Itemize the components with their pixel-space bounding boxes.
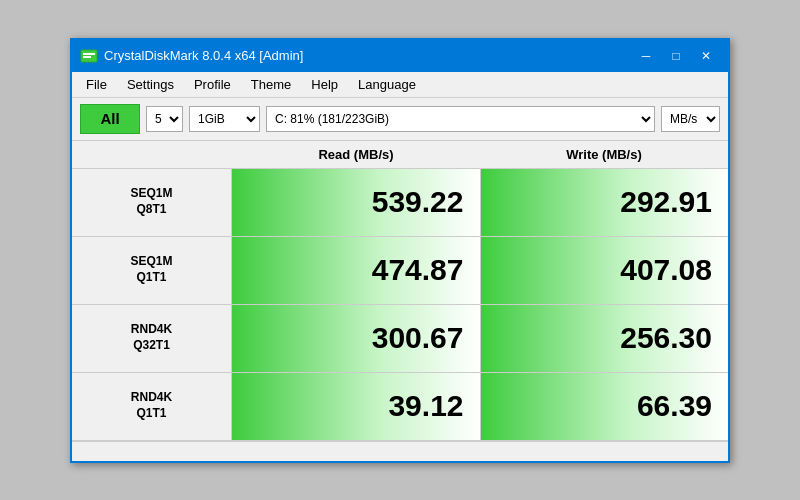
drive-select[interactable]: C: 81% (181/223GiB) — [266, 106, 655, 132]
toolbar: All 1 3 5 9 512MiB 1GiB 2GiB 4GiB C: 81%… — [72, 98, 728, 141]
all-button[interactable]: All — [80, 104, 140, 134]
menu-help[interactable]: Help — [301, 75, 348, 94]
size-select[interactable]: 512MiB 1GiB 2GiB 4GiB — [189, 106, 260, 132]
read-cell-seq1m-q8t1: 539.22 — [232, 169, 481, 236]
read-header: Read (MB/s) — [232, 143, 480, 166]
app-window: CrystalDiskMark 8.0.4 x64 [Admin] ─ □ ✕ … — [70, 38, 730, 463]
row-label-seq1m-q8t1: SEQ1M Q8T1 — [72, 169, 232, 236]
menu-theme[interactable]: Theme — [241, 75, 301, 94]
svg-rect-1 — [83, 53, 95, 55]
read-cell-seq1m-q1t1: 474.87 — [232, 237, 481, 304]
menu-settings[interactable]: Settings — [117, 75, 184, 94]
row-label-rnd4k-q1t1: RND4K Q1T1 — [72, 373, 232, 440]
write-header: Write (MB/s) — [480, 143, 728, 166]
write-cell-seq1m-q8t1: 292.91 — [481, 169, 729, 236]
count-select[interactable]: 1 3 5 9 — [146, 106, 183, 132]
results-grid: SEQ1M Q8T1 539.22 292.91 SEQ1M Q1T1 474.… — [72, 168, 728, 441]
results-header: Read (MB/s) Write (MB/s) — [72, 141, 728, 168]
app-icon — [80, 47, 98, 65]
write-cell-rnd4k-q1t1: 66.39 — [481, 373, 729, 440]
svg-rect-2 — [83, 56, 91, 58]
window-title: CrystalDiskMark 8.0.4 x64 [Admin] — [104, 48, 632, 63]
unit-select[interactable]: MB/s GB/s IOPS μs — [661, 106, 720, 132]
write-cell-seq1m-q1t1: 407.08 — [481, 237, 729, 304]
read-cell-rnd4k-q1t1: 39.12 — [232, 373, 481, 440]
menu-bar: File Settings Profile Theme Help Languag… — [72, 72, 728, 98]
minimize-button[interactable]: ─ — [632, 46, 660, 66]
result-row-seq1m-q1t1: SEQ1M Q1T1 474.87 407.08 — [72, 237, 728, 305]
maximize-button[interactable]: □ — [662, 46, 690, 66]
read-cell-rnd4k-q32t1: 300.67 — [232, 305, 481, 372]
close-button[interactable]: ✕ — [692, 46, 720, 66]
result-row-rnd4k-q1t1: RND4K Q1T1 39.12 66.39 — [72, 373, 728, 441]
menu-language[interactable]: Language — [348, 75, 426, 94]
window-controls: ─ □ ✕ — [632, 46, 720, 66]
result-row-seq1m-q8t1: SEQ1M Q8T1 539.22 292.91 — [72, 169, 728, 237]
menu-file[interactable]: File — [76, 75, 117, 94]
result-row-rnd4k-q32t1: RND4K Q32T1 300.67 256.30 — [72, 305, 728, 373]
row-label-seq1m-q1t1: SEQ1M Q1T1 — [72, 237, 232, 304]
label-spacer — [72, 143, 232, 166]
row-label-rnd4k-q32t1: RND4K Q32T1 — [72, 305, 232, 372]
status-bar — [72, 441, 728, 461]
write-cell-rnd4k-q32t1: 256.30 — [481, 305, 729, 372]
menu-profile[interactable]: Profile — [184, 75, 241, 94]
title-bar: CrystalDiskMark 8.0.4 x64 [Admin] ─ □ ✕ — [72, 40, 728, 72]
